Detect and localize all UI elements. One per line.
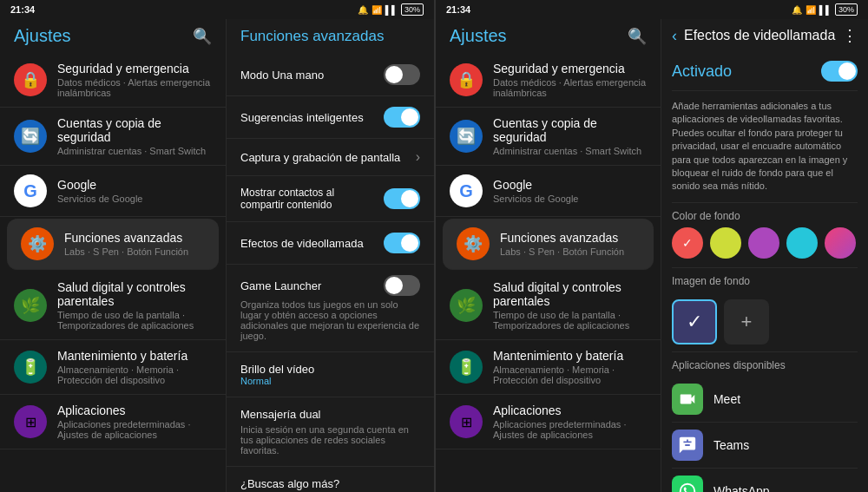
- settings-item-advanced-left[interactable]: ⚙️ Funciones avanzadas Labs · S Pen · Bo…: [7, 219, 219, 270]
- battery-subtitle-left: Almacenamiento · Memoria · Protección de…: [57, 364, 212, 385]
- back-button[interactable]: ‹: [672, 27, 677, 45]
- function-dual[interactable]: Mensajería dual Inicia sesión en una seg…: [227, 397, 434, 467]
- color-green-yellow[interactable]: [710, 227, 741, 259]
- whatsapp-name: WhatsApp: [713, 484, 770, 492]
- wifi-icon: 📶: [372, 5, 382, 15]
- settings-item-battery-left[interactable]: 🔋 Mantenimiento y batería Almacenamiento…: [0, 340, 226, 395]
- digital-subtitle-right: Tiempo de uso de la pantalla · Temporiza…: [493, 310, 647, 331]
- settings-item-battery-right[interactable]: 🔋 Mantenimiento y batería Almacenamiento…: [436, 340, 661, 395]
- color-teal[interactable]: [786, 227, 818, 259]
- apps-section: Aplicaciones disponibles Meet Teams: [672, 352, 858, 492]
- signal-icon: ▌▌: [385, 5, 398, 15]
- status-icons-right: 🔔 📶 ▌▌ 30%: [792, 3, 858, 16]
- whatsapp-icon: [672, 476, 703, 492]
- google-subtitle-right: Servicios de Google: [493, 194, 647, 204]
- app-row-whatsapp[interactable]: WhatsApp: [672, 469, 858, 492]
- battery-icon-right: 🔋: [450, 351, 483, 384]
- function-smart[interactable]: Sugerencias inteligentes: [227, 96, 434, 139]
- apps-title-right: Aplicaciones: [493, 403, 647, 417]
- function-brightness[interactable]: Brillo del vídeo Normal: [227, 352, 434, 397]
- toggle-video-call[interactable]: [384, 233, 420, 253]
- header-icons-left: 🔍: [193, 27, 212, 46]
- settings-item-google-left[interactable]: G Google Servicios de Google: [0, 166, 226, 217]
- apps-icon-right: ⊞: [450, 405, 483, 438]
- settings-item-advanced-right[interactable]: ⚙️ Funciones avanzadas Labs · S Pen · Bo…: [443, 219, 654, 270]
- phone-panel-left: 21:34 🔔 📶 ▌▌ 30% Ajustes 🔍 🔒 S: [0, 0, 434, 492]
- notification-icon-right: 🔔: [792, 5, 802, 15]
- apps-icon-left: ⊞: [14, 405, 47, 438]
- brightness-value: Normal: [240, 376, 420, 386]
- toggle-effects-enabled[interactable]: [821, 61, 858, 82]
- color-pink[interactable]: [825, 227, 856, 259]
- function-game[interactable]: Game Launcher Organiza todos tus juegos …: [227, 265, 434, 352]
- functions-title: Funciones avanzadas: [240, 28, 420, 45]
- status-time-left: 21:34: [10, 4, 35, 15]
- notification-icon: 🔔: [358, 5, 368, 15]
- activado-label: Activado: [672, 62, 732, 81]
- advanced-icon-right: ⚙️: [457, 227, 490, 260]
- apps-subtitle-right: Aplicaciones predeterminadas · Ajustes d…: [493, 419, 647, 440]
- settings-item-apps-right[interactable]: ⊞ Aplicaciones Aplicaciones predetermina…: [436, 395, 661, 449]
- chevron-right-icon: ›: [416, 149, 420, 165]
- apps-title-left: Aplicaciones: [57, 403, 212, 417]
- battery-title-right: Mantenimiento y batería: [493, 349, 647, 363]
- settings-item-google-right[interactable]: G Google Servicios de Google: [436, 166, 661, 217]
- settings-item-accounts-right[interactable]: 🔄 Cuentas y copia de seguridad Administr…: [436, 108, 661, 166]
- function-more[interactable]: ¿Buscas algo más?: [227, 467, 434, 492]
- settings-list-left: 🔒 Seguridad y emergencia Datos médicos ·…: [0, 53, 226, 492]
- status-bar-right: 21:34 🔔 📶 ▌▌ 30%: [436, 0, 868, 19]
- battery-title-left: Mantenimiento y batería: [57, 349, 212, 363]
- settings-item-accounts-left[interactable]: 🔄 Cuentas y copia de seguridad Administr…: [0, 108, 226, 166]
- google-title-right: Google: [493, 178, 647, 192]
- security-icon-right: 🔒: [450, 63, 483, 96]
- settings-item-digital-left[interactable]: 🌿 Salud digital y controles parentales T…: [0, 272, 226, 340]
- meet-icon: [672, 384, 703, 415]
- toggle-one-hand[interactable]: [384, 64, 420, 85]
- effects-description: Añade herramientas adicionales a tus apl…: [672, 91, 858, 203]
- settings-list-right: 🔒 Seguridad y emergencia Datos médicos ·…: [436, 53, 661, 492]
- signal-icon-right: ▌▌: [819, 5, 832, 15]
- more-options-icon[interactable]: ⋮: [842, 26, 858, 45]
- settings-item-digital-right[interactable]: 🌿 Salud digital y controles parentales T…: [436, 272, 661, 340]
- app-row-meet[interactable]: Meet: [672, 377, 858, 423]
- search-icon-left[interactable]: 🔍: [193, 27, 212, 46]
- accounts-icon-right: 🔄: [450, 120, 483, 153]
- settings-item-security-left[interactable]: 🔒 Seguridad y emergencia Datos médicos ·…: [0, 53, 226, 108]
- color-section-label: Color de fondo: [672, 203, 858, 227]
- security-title-right: Seguridad y emergencia: [493, 62, 647, 75]
- security-icon-left: 🔒: [14, 63, 47, 96]
- digital-title-left: Salud digital y controles parentales: [57, 280, 212, 308]
- effects-title: Efectos de videollamada: [684, 28, 835, 43]
- accounts-subtitle-left: Administrar cuentas · Smart Switch: [57, 146, 212, 156]
- selected-background[interactable]: ✓: [672, 299, 717, 344]
- google-icon-left: G: [14, 174, 47, 207]
- toggle-contacts[interactable]: [384, 188, 420, 209]
- app-row-teams[interactable]: Teams: [672, 423, 858, 469]
- search-icon-right[interactable]: 🔍: [628, 27, 647, 46]
- function-capture[interactable]: Captura y grabación de pantalla ›: [227, 139, 434, 176]
- settings-item-security-right[interactable]: 🔒 Seguridad y emergencia Datos médicos ·…: [436, 53, 661, 108]
- function-contacts[interactable]: Mostrar contactos al compartir contenido: [227, 176, 434, 222]
- advanced-title-right: Funciones avanzadas: [500, 231, 640, 245]
- header-icons-right: 🔍: [628, 27, 647, 46]
- advanced-subtitle-right: Labs · S Pen · Botón Función: [500, 246, 640, 257]
- functions-header: Funciones avanzadas: [227, 19, 434, 54]
- google-subtitle-left: Servicios de Google: [57, 194, 212, 204]
- add-background[interactable]: +: [724, 299, 769, 344]
- functions-panel: Funciones avanzadas Modo Una mano Sugere…: [226, 19, 434, 492]
- function-video-call[interactable]: Efectos de videollamada: [227, 222, 434, 265]
- image-row: ✓ +: [672, 292, 858, 352]
- status-time-right: 21:34: [446, 4, 470, 15]
- toggle-game[interactable]: [384, 275, 420, 296]
- toggle-smart[interactable]: [384, 107, 420, 128]
- security-subtitle-right: Datos médicos · Alertas emergencia inalá…: [493, 77, 647, 98]
- image-section-label: Imagen de fondo: [672, 268, 858, 292]
- teams-name: Teams: [713, 438, 749, 452]
- advanced-icon-left: ⚙️: [21, 227, 54, 260]
- digital-icon-right: 🌿: [450, 289, 483, 322]
- function-one-hand[interactable]: Modo Una mano: [227, 54, 434, 96]
- color-purple[interactable]: [748, 227, 779, 259]
- accounts-title-left: Cuentas y copia de seguridad: [57, 116, 212, 144]
- settings-item-apps-left[interactable]: ⊞ Aplicaciones Aplicaciones predetermina…: [0, 395, 226, 449]
- color-red[interactable]: [672, 227, 703, 259]
